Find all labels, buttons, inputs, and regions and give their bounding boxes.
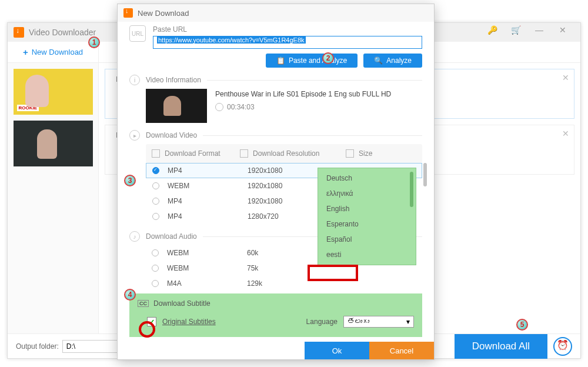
video-icon: ▸ — [129, 130, 140, 141]
new-download-button[interactable]: + New Download — [8, 42, 99, 63]
lang-scrollbar[interactable] — [410, 172, 413, 207]
video-thumbnail-1[interactable] — [14, 69, 93, 115]
audio-icon: ♪ — [129, 231, 140, 242]
audio-format-row[interactable]: M4A 129k — [146, 276, 422, 291]
size-icon — [346, 149, 354, 158]
format-cell: MP4 — [168, 197, 248, 205]
dialog-logo-icon — [123, 8, 133, 18]
download-video-header: ▸ Download Video — [129, 130, 422, 141]
clock-icon — [215, 103, 223, 111]
search-icon: 🔍 — [374, 56, 383, 65]
language-option[interactable]: English — [318, 201, 416, 216]
format-cell: MP4 — [168, 212, 248, 221]
ok-button[interactable]: Ok — [305, 342, 369, 359]
output-folder-label: Output folder: — [16, 342, 59, 351]
language-option[interactable]: Español — [318, 232, 416, 247]
paste-url-label: Paste URL — [153, 25, 422, 34]
sidebar — [8, 63, 99, 333]
format-cell: WEBM — [167, 264, 247, 272]
dialog-title: New Download — [138, 9, 189, 18]
plus-icon: + — [23, 47, 28, 57]
cancel-button[interactable]: Cancel — [369, 342, 434, 359]
language-option[interactable]: Esperanto — [318, 216, 416, 232]
url-input[interactable]: https://www.youtube.com/watch?v=V5mG1R4g… — [153, 36, 422, 49]
subtitle-header: Download Subtitle — [153, 299, 211, 308]
language-option[interactable]: ελληνικά — [318, 186, 416, 201]
cc-icon: CC — [138, 300, 149, 307]
info-icon: i — [129, 75, 140, 85]
app-logo-icon — [14, 27, 24, 38]
language-option[interactable]: eesti — [318, 247, 416, 262]
original-subtitles-label: Original Subtitles — [162, 318, 216, 326]
language-option[interactable]: Deutsch — [318, 171, 416, 186]
radio-icon — [152, 249, 159, 256]
radio-icon — [152, 198, 159, 205]
minimize-button[interactable]: — — [527, 25, 551, 39]
video-thumbnail-2[interactable] — [14, 121, 93, 166]
radio-icon — [152, 265, 159, 272]
task-close-icon[interactable]: ✕ — [562, 129, 569, 138]
dialog-titlebar: New Download — [118, 4, 434, 22]
annotation-badge-4: 4 — [124, 289, 136, 301]
new-download-dialog: New Download URL Paste URL https://www.y… — [117, 4, 435, 360]
task-close-icon[interactable]: ✕ — [562, 73, 569, 82]
close-button[interactable]: ✕ — [551, 25, 574, 39]
format-cell: MP4 — [168, 166, 248, 175]
paste-icon: 📋 — [276, 56, 285, 65]
annotation-badge-2: 2 — [322, 52, 334, 64]
dialog-footer: Ok Cancel — [118, 342, 434, 359]
annotation-badge-3: 3 — [124, 175, 136, 186]
language-label: Language — [306, 318, 338, 326]
radio-icon — [152, 280, 159, 287]
language-dropdown[interactable]: DeutschελληνικάEnglishEsperantoEspañolee… — [318, 168, 416, 265]
url-icon: URL — [129, 25, 146, 42]
video-title: Penthouse War in Life S01 Episode 1 Eng … — [215, 90, 391, 98]
annotation-highlight-english — [308, 265, 358, 281]
video-scrollbar[interactable] — [423, 163, 427, 186]
radio-icon — [152, 167, 159, 174]
new-download-label: New Download — [32, 48, 83, 56]
radio-icon — [152, 213, 159, 220]
video-preview-thumbnail — [146, 89, 207, 123]
chevron-down-icon: ▾ — [406, 318, 410, 326]
video-table-header: Download Format Download Resolution Size — [146, 144, 422, 163]
cart-icon[interactable]: 🛒 — [504, 25, 527, 39]
format-cell: M4A — [167, 279, 247, 288]
key-icon[interactable]: 🔑 — [480, 25, 504, 39]
schedule-icon[interactable] — [553, 337, 572, 356]
annotation-highlight-checkbox — [139, 321, 155, 338]
format-cell: WEBM — [168, 182, 248, 190]
annotation-badge-1: 1 — [88, 36, 100, 48]
language-select[interactable]: తెలుగు▾ — [343, 316, 414, 328]
download-all-button[interactable]: Download All — [455, 334, 547, 359]
subtitle-panel: CC Download Subtitle Original Subtitles … — [129, 293, 422, 337]
format-icon — [152, 149, 160, 158]
radio-icon — [152, 182, 159, 189]
analyze-button[interactable]: 🔍Analyze — [363, 54, 422, 68]
resolution-icon — [240, 149, 248, 158]
format-cell: WEBM — [167, 249, 247, 257]
video-duration: 00:34:03 — [215, 103, 391, 111]
video-info-header: i Video Information — [129, 75, 422, 85]
annotation-badge-5: 5 — [516, 319, 528, 331]
paste-analyze-button[interactable]: 📋Paste and Analyze — [266, 54, 358, 68]
